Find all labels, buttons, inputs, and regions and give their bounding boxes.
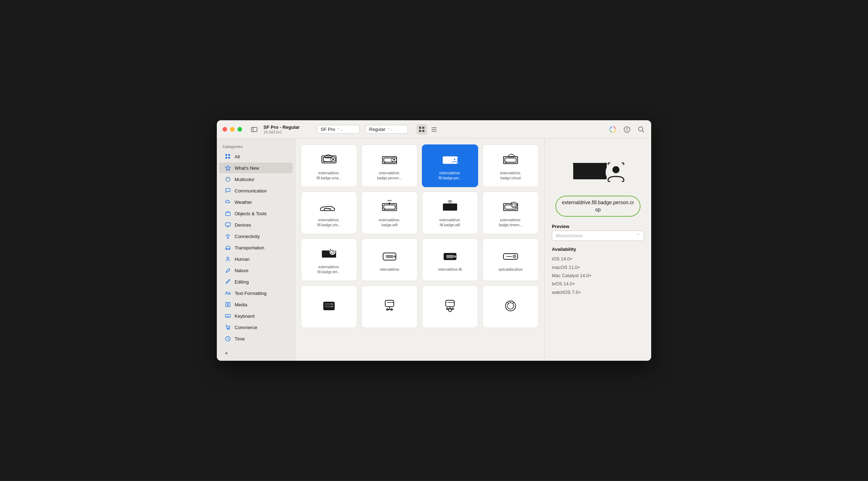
icon-cell-4[interactable]: externaldrive.badge.icloud xyxy=(482,144,539,187)
grid-view-button[interactable] xyxy=(417,124,427,135)
sidebar-item-objects-tools[interactable]: Objects & Tools xyxy=(219,208,293,219)
sidebar-item-text-formatting[interactable]: Aa Text Formatting xyxy=(219,288,293,298)
sidebar-item-label-communication: Communication xyxy=(235,188,267,194)
chat-icon xyxy=(225,187,231,194)
add-category-button[interactable]: + xyxy=(223,349,230,357)
sidebar-item-human[interactable]: Human xyxy=(219,254,293,264)
svg-line-14 xyxy=(642,131,644,132)
icon-cell-8[interactable]: externaldrive.badge.timem... xyxy=(482,191,539,234)
app-window: SF Pro - Regular 16.0d11e1 SF Pro ⌃⌄ Reg… xyxy=(217,120,651,361)
svg-point-70 xyxy=(389,204,390,205)
keyboard-icon xyxy=(225,313,231,319)
sidebar-item-keyboard[interactable]: Keyboard xyxy=(219,311,293,321)
detail-preview-dropdown-chevron: ⌃ xyxy=(636,233,640,238)
icon-image-9 xyxy=(320,247,338,261)
icon-cell-14[interactable] xyxy=(361,285,418,328)
weight-selector-chevron: ⌃⌄ xyxy=(387,127,393,131)
search-button[interactable] xyxy=(637,125,645,134)
icon-label-3: externaldrive.fill.badge.per... xyxy=(438,171,461,181)
svg-rect-2 xyxy=(419,127,421,129)
cart-icon xyxy=(225,324,231,331)
titlebar-title: SF Pro - Regular xyxy=(263,125,300,130)
minimize-button[interactable] xyxy=(230,127,235,132)
palette-icon xyxy=(225,176,231,183)
monitor-icon xyxy=(225,222,231,228)
icon-image-4 xyxy=(501,153,520,167)
car-icon xyxy=(225,244,231,251)
sidebar-item-label-whats-new: What's New xyxy=(235,165,259,171)
svg-rect-3 xyxy=(422,127,424,129)
sidebar-section-header: Categories xyxy=(217,139,295,151)
sidebar-item-communication[interactable]: Communication xyxy=(219,185,293,196)
sidebar-item-time[interactable]: Time xyxy=(219,333,293,344)
detail-preview-label: Preview xyxy=(552,224,644,229)
svg-point-69 xyxy=(384,208,386,210)
icon-label-6: externaldrive.badge.wifi xyxy=(379,218,400,228)
svg-rect-4 xyxy=(419,130,421,132)
icon-cell-5[interactable]: externaldrive.fill.badge.iclo... xyxy=(301,191,357,234)
svg-point-85 xyxy=(394,256,395,257)
svg-rect-65 xyxy=(505,158,516,162)
weight-selector[interactable]: Regular ⌃⌄ xyxy=(365,125,408,134)
svg-point-109 xyxy=(449,309,451,312)
icon-label-10: internaldrive xyxy=(380,267,399,272)
svg-point-20 xyxy=(226,178,227,179)
sidebar-item-transportation[interactable]: Transportation xyxy=(219,242,293,253)
sidebar-item-label-commerce: Commerce xyxy=(235,325,257,330)
svg-point-12 xyxy=(627,128,627,128)
icon-cell-10[interactable]: internaldrive xyxy=(361,238,418,281)
detail-preview-dropdown[interactable]: Monochrome ⌃ xyxy=(552,231,644,241)
list-view-button[interactable] xyxy=(429,124,439,135)
icon-image-11 xyxy=(441,249,459,264)
info-button[interactable] xyxy=(623,125,631,134)
sidebar-item-commerce[interactable]: Commerce xyxy=(219,322,293,333)
icon-cell-13[interactable] xyxy=(301,285,357,328)
icon-cell-3[interactable]: externaldrive.fill.badge.per... xyxy=(422,144,478,187)
svg-rect-23 xyxy=(226,212,230,216)
sidebar-item-devices[interactable]: Devices xyxy=(219,220,293,230)
icon-cell-6[interactable]: externaldrive.badge.wifi xyxy=(361,191,418,234)
detail-preview-dropdown-label: Monochrome xyxy=(556,233,583,238)
svg-rect-15 xyxy=(225,154,227,156)
svg-rect-33 xyxy=(228,302,230,307)
icon-label-9: externaldrive.fill.badge.tim... xyxy=(318,265,340,275)
close-button[interactable] xyxy=(223,127,227,132)
titlebar-info: SF Pro - Regular 16.0d11e1 xyxy=(263,125,300,134)
sidebar-item-multicolor[interactable]: Multicolor xyxy=(219,174,293,185)
sidebar-toggle-button[interactable] xyxy=(251,126,258,133)
icon-cell-7[interactable]: externaldrive.fill.badge.wifi xyxy=(422,191,478,234)
briefcase-icon xyxy=(225,210,231,217)
icon-cell-2[interactable]: externaldrive.badge.person... xyxy=(361,144,418,187)
icon-label-2: externaldrive.badge.person... xyxy=(377,171,402,181)
sidebar-item-weather[interactable]: Weather xyxy=(219,197,293,207)
icon-label-11: internaldrive.fill xyxy=(438,267,462,272)
icon-cell-11[interactable]: internaldrive.fill xyxy=(422,238,478,281)
svg-point-114 xyxy=(453,302,454,303)
sidebar-item-whats-new[interactable]: What's New xyxy=(219,163,293,173)
icon-cell-9[interactable]: externaldrive.fill.badge.tim... xyxy=(301,238,357,281)
icon-cell-1[interactable]: externaldrive.fill.badge.xma... xyxy=(301,144,357,187)
sidebar-item-media[interactable]: Media xyxy=(219,299,293,310)
sidebar-item-nature[interactable]: Nature xyxy=(219,265,293,276)
maximize-button[interactable] xyxy=(237,127,242,132)
svg-point-98 xyxy=(332,303,333,305)
font-selector[interactable]: SF Pro ⌃⌄ xyxy=(317,125,360,134)
titlebar-right xyxy=(608,125,645,134)
sidebar-item-all[interactable]: All xyxy=(219,151,293,162)
svg-point-99 xyxy=(332,306,333,307)
sidebar-item-label-multicolor: Multicolor xyxy=(235,177,255,182)
svg-rect-32 xyxy=(226,302,228,307)
icon-cell-16[interactable] xyxy=(482,285,539,328)
sidebar-item-label-weather: Weather xyxy=(235,200,252,205)
icon-image-3 xyxy=(441,153,459,167)
detail-availability-label: Availability xyxy=(552,247,644,252)
icon-image-2 xyxy=(380,153,399,167)
color-wheel-button[interactable] xyxy=(608,125,617,134)
icon-label-7: externaldrive.fill.badge.wifi xyxy=(439,218,461,228)
icon-cell-15[interactable] xyxy=(422,285,478,328)
sidebar-item-editing[interactable]: Editing xyxy=(219,276,293,287)
sidebar-item-connectivity[interactable]: Connectivity xyxy=(219,231,293,242)
svg-rect-68 xyxy=(384,205,395,209)
icon-cell-12[interactable]: opticaldiscdrive xyxy=(482,238,539,281)
icon-image-6 xyxy=(380,200,399,214)
